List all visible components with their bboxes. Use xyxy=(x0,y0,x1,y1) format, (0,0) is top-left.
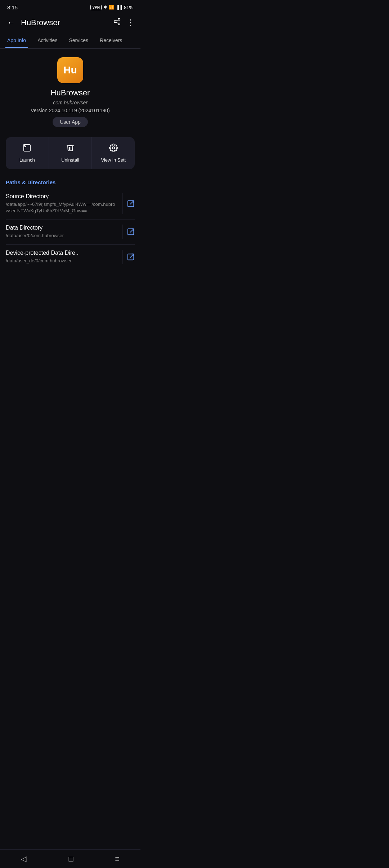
device-protected-directory-label: Device-protected Data Dire.. xyxy=(6,250,118,256)
svg-line-3 xyxy=(116,22,118,23)
top-actions: ⋮ xyxy=(113,18,135,28)
svg-line-4 xyxy=(116,20,118,21)
svg-line-9 xyxy=(130,201,134,204)
data-directory-path: /data/user/0/com.hubrowser xyxy=(6,232,118,239)
app-icon: Hu xyxy=(57,57,83,83)
tab-receivers[interactable]: Receivers xyxy=(94,32,128,48)
uninstall-button[interactable]: Uninstall xyxy=(49,137,92,169)
device-protected-directory-content: Device-protected Data Dire.. /data/user_… xyxy=(6,250,118,264)
source-directory-label: Source Directory xyxy=(6,193,118,200)
launch-icon xyxy=(23,144,31,154)
data-directory-item: Data Directory /data/user/0/com.hubrowse… xyxy=(0,220,140,244)
status-bar: 8:15 VPN ✱ 📶 ▐▐ 81% xyxy=(0,0,140,13)
tab-activities[interactable]: Activities xyxy=(32,32,63,48)
app-name: HuBrowser xyxy=(51,88,90,98)
bluetooth-icon: ✱ xyxy=(103,5,107,10)
more-icon[interactable]: ⋮ xyxy=(127,18,135,27)
app-version: Version 2024.10.119 (2024101190) xyxy=(31,108,110,113)
signal-icon: ▐▐ xyxy=(116,5,122,10)
view-settings-label: View in Sett xyxy=(101,157,125,163)
battery-level: 81% xyxy=(124,5,133,10)
paths-section-header: Paths & Directories xyxy=(0,173,140,188)
wifi-icon: 📶 xyxy=(109,5,114,10)
source-directory-path: /data/app/~~67i9rjsmpfs_MfypAuI4Ww==/com… xyxy=(6,201,118,214)
svg-line-13 xyxy=(130,254,134,257)
app-type-badge: User App xyxy=(53,117,88,127)
tab-services[interactable]: Services xyxy=(63,32,94,48)
device-protected-directory-item: Device-protected Data Dire.. /data/user_… xyxy=(0,245,140,269)
uninstall-label: Uninstall xyxy=(61,157,79,163)
back-button[interactable]: ← xyxy=(6,17,17,29)
device-protected-directory-path: /data/user_de/0/com.hubrowser xyxy=(6,258,118,264)
status-icons: VPN ✱ 📶 ▐▐ 81% xyxy=(90,5,133,10)
source-directory-content: Source Directory /data/app/~~67i9rjsmpfs… xyxy=(6,193,118,214)
status-time: 8:15 xyxy=(7,4,18,10)
source-directory-action[interactable] xyxy=(122,193,135,214)
svg-line-11 xyxy=(130,229,134,232)
app-header: Hu HuBrowser com.hubrowser Version 2024.… xyxy=(0,49,140,133)
view-settings-button[interactable]: View in Sett xyxy=(92,137,135,169)
app-package: com.hubrowser xyxy=(53,100,88,105)
share-icon[interactable] xyxy=(113,18,121,28)
action-row: Launch Uninstall View in Sett xyxy=(6,137,135,169)
settings-icon xyxy=(109,144,118,154)
launch-label: Launch xyxy=(19,157,35,163)
source-directory-item: Source Directory /data/app/~~67i9rjsmpfs… xyxy=(0,188,140,219)
data-directory-content: Data Directory /data/user/0/com.hubrowse… xyxy=(6,225,118,239)
vpn-badge: VPN xyxy=(90,5,102,10)
top-bar: ← HuBrowser ⋮ xyxy=(0,13,140,32)
uninstall-icon xyxy=(66,144,75,154)
svg-point-7 xyxy=(112,147,115,149)
tabs-bar: App Info Activities Services Receivers xyxy=(0,32,140,49)
page-title: HuBrowser xyxy=(21,18,109,27)
data-directory-label: Data Directory xyxy=(6,225,118,231)
data-directory-action[interactable] xyxy=(122,225,135,239)
device-protected-directory-action[interactable] xyxy=(122,250,135,264)
tab-app-info[interactable]: App Info xyxy=(1,32,32,48)
launch-button[interactable]: Launch xyxy=(6,137,49,169)
